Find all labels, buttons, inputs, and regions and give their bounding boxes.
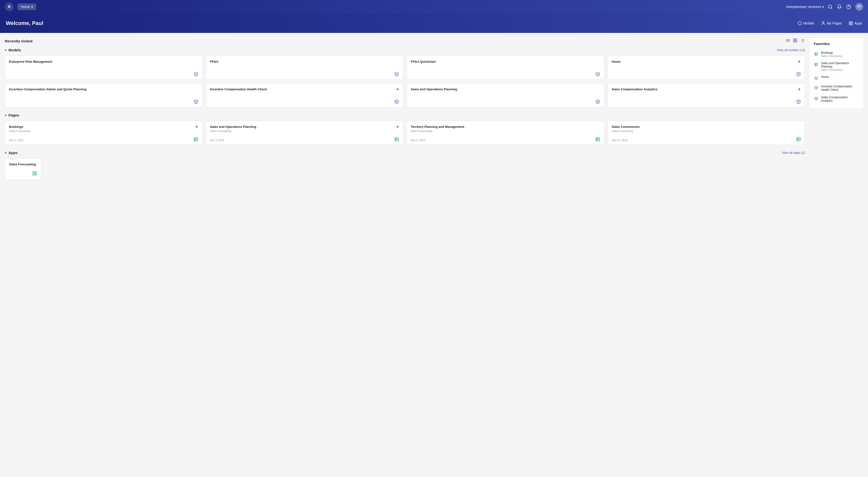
star-icon: ★	[195, 125, 198, 129]
svg-rect-28	[194, 137, 197, 141]
page-card-sales-commission[interactable]: Sales Commission Sales Forecasting Sep 1…	[608, 121, 805, 145]
search-icon	[828, 4, 833, 9]
apps-toggle[interactable]: ▾	[5, 151, 6, 155]
my-pages-action-button[interactable]: My Pages	[821, 21, 842, 25]
card-title: Sales Commission	[612, 125, 641, 129]
svg-rect-13	[796, 41, 797, 42]
model-card-sales-ops[interactable]: Sales and Operations Planning	[407, 83, 604, 107]
list-view-button[interactable]	[800, 38, 805, 44]
card-footer	[612, 99, 801, 104]
apps-cards-grid: Sales Forecasting	[5, 158, 805, 180]
card-footer	[9, 99, 198, 104]
card-footer	[411, 72, 600, 76]
favorites-title: Favorites	[814, 42, 859, 46]
card-title: FP&A Quickstart	[411, 60, 600, 64]
models-section-title: Models	[8, 48, 21, 52]
pages-toggle[interactable]: ▾	[5, 113, 6, 117]
grid-view-button[interactable]	[793, 38, 798, 44]
eye-view-button[interactable]	[785, 38, 790, 44]
model-card-fpa[interactable]: FP&A	[206, 56, 403, 80]
model-card-incentive-health[interactable]: Incentive Compensation Health Check ★	[206, 83, 403, 107]
pages-section-header: ▾ Pages	[5, 113, 805, 117]
model-cube-icon	[394, 99, 399, 104]
model-card-sales-comp[interactable]: Sales Compensation Analytics ★	[608, 83, 805, 107]
svg-rect-36	[596, 137, 599, 141]
page-card-territory[interactable]: Territory Planning and Management Sales …	[407, 121, 604, 145]
search-button[interactable]	[828, 4, 833, 9]
page-card-bookings[interactable]: Bookings Sales Forecasting ★ Dec 3, 2020	[5, 121, 203, 145]
fav-item-bookings[interactable]: Bookings Sales Forecasting	[814, 49, 859, 60]
fav-text: Incentive Compensation Health Check	[821, 85, 859, 92]
my-pages-action-label: My Pages	[827, 21, 842, 25]
list-icon	[800, 38, 805, 43]
svg-point-4	[823, 22, 824, 23]
notifications-button[interactable]	[837, 4, 842, 9]
home-chevron-icon	[31, 5, 33, 9]
card-header: Incentive Compensation Health Check ★	[210, 87, 399, 92]
card-date: Dec 3, 2020	[9, 139, 23, 141]
star-icon: ★	[396, 125, 399, 129]
card-date: Dec 3, 2020	[210, 139, 224, 141]
fav-sub: Sales Forecasting	[821, 55, 842, 57]
card-text-group: Bookings Sales Forecasting	[9, 125, 30, 132]
svg-rect-32	[395, 137, 399, 141]
grid-view-icon	[793, 38, 797, 43]
user-avatar[interactable]: PT	[856, 3, 863, 11]
card-header: Sales and Operations Planning	[411, 87, 600, 92]
svg-rect-5	[849, 22, 850, 23]
svg-rect-40	[797, 137, 800, 141]
card-subtitle: Sales Forecasting	[210, 130, 257, 132]
card-title: FP&A	[210, 60, 399, 64]
svg-rect-11	[796, 39, 797, 40]
fav-name: Sales Compensation Analytics	[821, 96, 859, 102]
bell-icon	[837, 4, 842, 9]
view-all-models-button[interactable]: View all models (13)	[777, 48, 805, 52]
page-card-sales-ops[interactable]: Sales and Operations Planning Sales Fore…	[206, 121, 403, 145]
help-button[interactable]	[846, 4, 851, 9]
model-cube-icon	[595, 99, 600, 104]
company-name: Interplanetary Ventures	[786, 5, 821, 9]
app-logo[interactable]: A	[5, 2, 13, 11]
grid-icon	[848, 21, 853, 25]
fav-item-sales-comp[interactable]: Sales Compensation Analytics	[814, 94, 859, 104]
main-content: Recently visited ▾ Models View all model…	[0, 33, 868, 187]
model-card-fpa-quickstart[interactable]: FP&A Quickstart	[407, 56, 604, 80]
card-title: Bookings	[9, 125, 30, 129]
company-selector[interactable]: Interplanetary Ventures	[786, 5, 824, 9]
fav-item-sales-ops[interactable]: Sales and Operations Planning Sales Fore…	[814, 60, 859, 73]
fav-item-home[interactable]: Home	[814, 73, 859, 83]
card-footer: Sep 11, 2020	[612, 137, 801, 141]
card-footer	[9, 171, 37, 176]
fav-name: Home	[821, 75, 829, 79]
model-card-incentive-admin[interactable]: Incentive Compensation Admin and Quota P…	[5, 83, 203, 107]
card-footer	[210, 99, 399, 104]
fav-item-incentive-health[interactable]: Incentive Compensation Health Check	[814, 83, 859, 94]
app-grid-icon	[32, 171, 37, 176]
page-icon	[796, 137, 801, 141]
app-card-sales-forecasting[interactable]: Sales Forecasting	[5, 158, 41, 180]
card-header: Sales Commission Sales Forecasting	[612, 125, 801, 132]
card-text-group: Sales Commission Sales Forecasting	[612, 125, 641, 132]
model-card-home[interactable]: Home ★	[608, 56, 805, 80]
card-title: Incentive Compensation Health Check	[210, 87, 396, 92]
card-header: FP&A Quickstart	[411, 60, 600, 64]
card-header: FP&A	[210, 60, 399, 64]
svg-rect-48	[815, 53, 817, 56]
card-footer: Dec 3, 2020	[210, 137, 399, 141]
apps-title-row: ▾ Apps	[5, 151, 18, 155]
star-icon: ★	[798, 60, 801, 63]
card-date: Dec 3, 2020	[411, 139, 425, 141]
home-button[interactable]: Home	[18, 3, 36, 10]
apps-action-button[interactable]: Apps	[848, 21, 862, 25]
models-action-button[interactable]: Models	[798, 21, 814, 25]
models-toggle[interactable]: ▾	[5, 48, 6, 52]
fav-cube-icon	[814, 96, 818, 101]
model-cube-icon	[394, 72, 399, 76]
svg-point-9	[787, 40, 788, 41]
apps-action-label: Apps	[855, 21, 862, 25]
card-header: Sales Forecasting	[9, 162, 37, 167]
model-card-enterprise-risk[interactable]: Enterprise Risk Management	[5, 56, 203, 80]
model-cube-icon	[193, 72, 198, 76]
view-all-apps-button[interactable]: View all apps (1)	[782, 151, 805, 155]
svg-rect-44	[33, 172, 34, 173]
